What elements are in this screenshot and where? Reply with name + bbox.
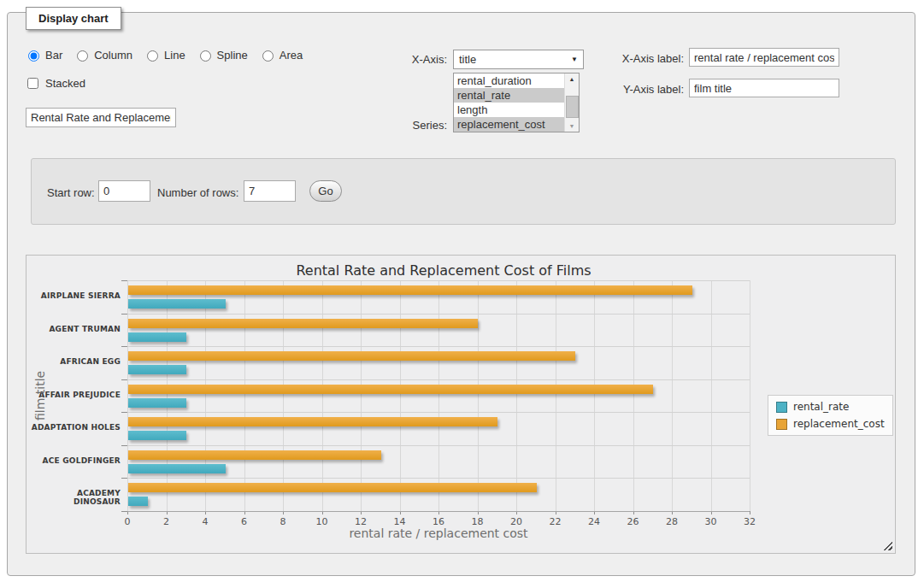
x-gridline bbox=[400, 280, 401, 511]
series-option-rental_rate[interactable]: rental_rate bbox=[454, 88, 565, 103]
x-gridline bbox=[361, 280, 362, 511]
bar-rental_rate bbox=[128, 464, 226, 473]
bar-replacement_cost bbox=[128, 417, 497, 426]
x-gridline bbox=[556, 280, 556, 511]
bar-rental_rate bbox=[128, 365, 186, 374]
chart-type-radio-area[interactable] bbox=[262, 50, 274, 62]
number-of-rows-input[interactable] bbox=[244, 180, 296, 202]
category-label: AIRPLANE SIERRA bbox=[30, 291, 121, 300]
chart-type-option-bar[interactable]: Bar bbox=[24, 48, 62, 62]
y-gridline bbox=[127, 346, 750, 347]
chart-type-radio-column[interactable] bbox=[77, 50, 88, 62]
bar-replacement_cost bbox=[128, 483, 537, 492]
x-gridline bbox=[594, 280, 595, 511]
chart-type-radio-line[interactable] bbox=[147, 50, 158, 62]
bar-rental_rate bbox=[128, 497, 148, 506]
bar-replacement_cost bbox=[128, 450, 381, 460]
stacked-label: Stacked bbox=[45, 77, 85, 90]
x-axis-line bbox=[127, 511, 750, 512]
series-scrollbar[interactable]: ▲ ▼ bbox=[564, 73, 579, 132]
bar-replacement_cost bbox=[128, 351, 575, 361]
x-gridline bbox=[438, 280, 439, 511]
chart-type-label: Area bbox=[280, 49, 303, 62]
y-gridline bbox=[127, 412, 750, 413]
chart-type-radio-bar[interactable] bbox=[28, 50, 39, 62]
x-axis-label-caption: X-Axis label: bbox=[598, 52, 684, 65]
number-of-rows-caption: Number of rows: bbox=[157, 186, 238, 199]
legend-swatch bbox=[776, 419, 787, 430]
y-gridline bbox=[127, 314, 750, 315]
bar-replacement_cost bbox=[128, 385, 653, 394]
legend-swatch bbox=[776, 402, 787, 413]
scroll-up-icon[interactable]: ▲ bbox=[565, 73, 579, 85]
legend-item-rental_rate: rental_rate bbox=[776, 401, 885, 413]
category-label: AGENT TRUMAN bbox=[30, 325, 121, 333]
y-tick bbox=[121, 314, 127, 315]
chart-title: Rental Rate and Replacement Cost of Film… bbox=[26, 262, 861, 279]
y-tick bbox=[121, 379, 127, 380]
bar-replacement_cost bbox=[128, 285, 692, 295]
start-row-caption: Start row: bbox=[47, 186, 95, 199]
stacked-checkbox[interactable] bbox=[27, 78, 38, 89]
y-gridline bbox=[127, 445, 750, 446]
y-tick bbox=[121, 445, 127, 446]
x-gridline bbox=[478, 280, 479, 511]
x-axis-label-input[interactable] bbox=[689, 48, 839, 67]
scrollbar-thumb[interactable] bbox=[566, 96, 579, 118]
chart-type-option-line[interactable]: Line bbox=[143, 48, 185, 62]
series-option-replacement_cost[interactable]: replacement_cost bbox=[454, 117, 565, 132]
y-tick bbox=[121, 280, 127, 281]
bar-rental_rate bbox=[128, 332, 186, 342]
resize-grip-icon[interactable] bbox=[883, 541, 892, 550]
legend-label: rental_rate bbox=[793, 401, 849, 413]
chart-plot-area: 02468101214161820222426283032AIRPLANE SI… bbox=[127, 280, 750, 511]
stacked-checkbox-row: Stacked bbox=[24, 75, 85, 91]
chart-type-radio-spline[interactable] bbox=[200, 50, 211, 62]
y-axis-label-input[interactable] bbox=[689, 79, 839, 97]
chart-type-label: Column bbox=[94, 49, 132, 62]
chart-legend: rental_ratereplacement_cost bbox=[768, 395, 893, 436]
chart-panel: Rental Rate and Replacement Cost of Film… bbox=[26, 255, 896, 554]
y-tick bbox=[121, 478, 127, 479]
y-gridline bbox=[127, 478, 750, 479]
bar-rental_rate bbox=[128, 299, 226, 309]
x-axis-select[interactable]: title ▼ bbox=[453, 50, 584, 69]
legend-item-replacement_cost: replacement_cost bbox=[776, 418, 885, 430]
chart-type-label: Bar bbox=[45, 49, 62, 62]
series-multiselect[interactable]: ▲ ▼ rental_durationrental_ratelengthrepl… bbox=[453, 73, 580, 132]
x-gridline bbox=[672, 280, 673, 511]
series-option-rental_duration[interactable]: rental_duration bbox=[454, 73, 565, 88]
fieldset-legend: Display chart bbox=[26, 7, 121, 30]
legend-label: replacement_cost bbox=[793, 418, 885, 430]
x-gridline bbox=[244, 280, 245, 511]
y-axis-title: film title bbox=[33, 340, 47, 451]
series-caption: Series: bbox=[359, 119, 447, 132]
chart-type-option-area[interactable]: Area bbox=[258, 48, 303, 62]
chart-type-label: Line bbox=[164, 49, 185, 62]
x-gridline bbox=[750, 280, 750, 511]
start-row-input[interactable] bbox=[98, 180, 150, 202]
scroll-down-icon[interactable]: ▼ bbox=[565, 121, 579, 132]
chart-type-option-spline[interactable]: Spline bbox=[196, 48, 248, 62]
x-tick bbox=[750, 511, 750, 514]
bar-rental_rate bbox=[128, 398, 186, 408]
x-gridline bbox=[205, 280, 206, 511]
go-button[interactable]: Go bbox=[309, 180, 342, 202]
y-tick bbox=[121, 511, 127, 512]
chart-type-option-column[interactable]: Column bbox=[73, 48, 132, 62]
category-label: ACE GOLDFINGER bbox=[30, 456, 121, 465]
y-axis-label-caption: Y-Axis label: bbox=[598, 83, 684, 96]
x-axis-caption: X-Axis: bbox=[359, 53, 447, 66]
y-gridline bbox=[127, 280, 750, 281]
chart-title-input[interactable] bbox=[26, 108, 176, 127]
x-gridline bbox=[283, 280, 284, 511]
series-option-length[interactable]: length bbox=[454, 103, 565, 117]
chart-type-radio-group: BarColumnLineSplineArea bbox=[24, 48, 303, 62]
chevron-down-icon: ▼ bbox=[571, 56, 578, 63]
x-gridline bbox=[322, 280, 323, 511]
x-gridline bbox=[633, 280, 634, 511]
x-gridline bbox=[167, 280, 168, 511]
chart-type-label: Spline bbox=[217, 49, 248, 62]
bar-rental_rate bbox=[128, 431, 186, 440]
x-axis-title: rental rate / replacement cost bbox=[127, 526, 750, 540]
